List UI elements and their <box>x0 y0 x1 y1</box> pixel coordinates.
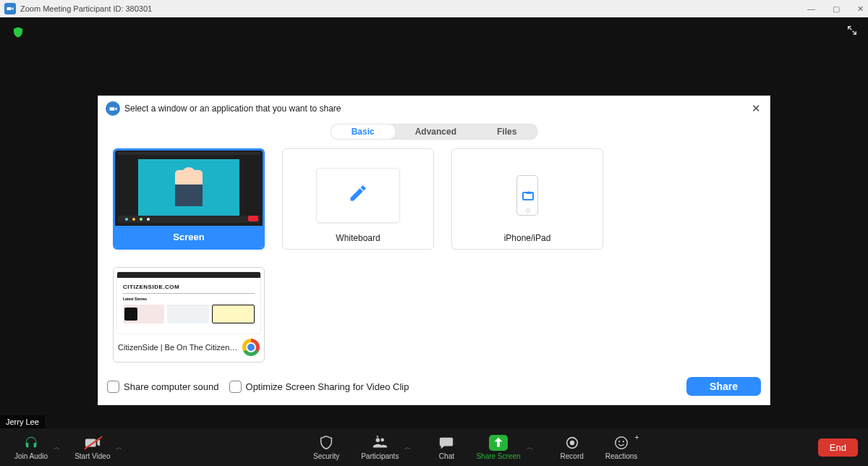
encryption-shield-icon[interactable] <box>12 26 25 39</box>
minimize-button[interactable]: — <box>807 4 815 14</box>
share-screen-button[interactable]: Share Screen <box>472 435 524 460</box>
share-option-whiteboard[interactable]: Whiteboard <box>282 148 434 250</box>
tab-advanced[interactable]: Advanced <box>395 124 477 139</box>
svg-point-2 <box>616 436 628 449</box>
tab-files[interactable]: Files <box>477 124 537 139</box>
share-option-iphone[interactable]: iPhone/iPad <box>451 148 603 250</box>
zoom-icon <box>106 101 120 116</box>
share-option-screen[interactable]: Screen <box>113 148 265 250</box>
window-titlebar: Zoom Meeting Participant ID: 380301 — ▢ … <box>0 0 868 17</box>
phone-icon <box>516 175 538 216</box>
chrome-icon <box>242 339 260 356</box>
share-sound-checkbox[interactable]: Share computer sound <box>107 381 219 393</box>
share-option-label: Screen <box>115 226 263 247</box>
window-thumbnail: CITIZENSIDE.COM Latest Stories <box>116 271 261 334</box>
meeting-controls: Join Audio ︿ Start Video ︿ Security 1 Pa… <box>0 428 868 466</box>
zoom-icon <box>4 3 16 14</box>
participant-count: 1 <box>375 435 403 443</box>
close-dialog-button[interactable]: ✕ <box>750 101 762 116</box>
end-meeting-button[interactable]: End <box>818 439 858 457</box>
video-options-caret[interactable]: ︿ <box>116 443 122 452</box>
svg-point-1 <box>569 440 574 444</box>
start-video-button[interactable]: Start Video <box>70 435 114 460</box>
record-button[interactable]: Record <box>556 435 588 460</box>
share-button[interactable]: Share <box>686 377 761 396</box>
share-screen-dialog: Select a window or an application that y… <box>98 96 770 405</box>
airplay-icon <box>522 192 534 200</box>
join-audio-button[interactable]: Join Audio <box>10 435 52 460</box>
chat-button[interactable]: Chat <box>434 435 459 460</box>
svg-point-4 <box>623 441 624 442</box>
share-option-label: iPhone/iPad <box>504 233 551 243</box>
tab-basic[interactable]: Basic <box>331 124 395 139</box>
share-option-label: CitizenSide | Be On The Citizen Si... <box>118 343 239 352</box>
reactions-button[interactable]: + Reactions <box>601 435 642 460</box>
share-option-label: Whiteboard <box>336 233 380 243</box>
fullscreen-icon[interactable] <box>846 25 858 39</box>
svg-point-3 <box>618 441 620 442</box>
share-options-caret[interactable]: ︿ <box>527 443 533 452</box>
plus-icon: + <box>634 433 639 441</box>
meeting-stage: Jerry Lee Select a window or an applicat… <box>0 17 868 428</box>
optimize-video-checkbox[interactable]: Optimize Screen Sharing for Video Clip <box>229 381 409 393</box>
dialog-title: Select a window or an application that y… <box>124 103 341 114</box>
audio-options-caret[interactable]: ︿ <box>54 443 60 452</box>
participants-options-caret[interactable]: ︿ <box>404 443 411 452</box>
pen-icon <box>348 183 368 208</box>
share-tabs: Basic Advanced Files <box>331 124 538 140</box>
participants-button[interactable]: 1 Participants <box>357 435 403 460</box>
share-option-chrome-window[interactable]: CITIZENSIDE.COM Latest Stories CitizenSi… <box>113 267 265 363</box>
maximize-button[interactable]: ▢ <box>833 4 840 14</box>
participant-name-tag: Jerry Lee <box>0 415 45 428</box>
window-title: Zoom Meeting Participant ID: 380301 <box>20 4 152 13</box>
security-button[interactable]: Security <box>309 435 344 460</box>
close-window-button[interactable]: ✕ <box>857 4 864 14</box>
